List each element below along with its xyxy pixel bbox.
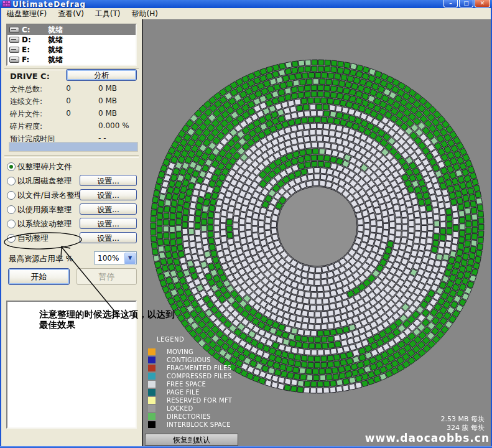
stat-contiguous-files: 连续文件: 0 0 MB — [1, 95, 142, 108]
settings-button-auto[interactable]: 设置... — [80, 232, 137, 243]
cluster-info: 324 簇 每块 — [447, 423, 485, 432]
drive-panel-title: DRIVE C: — [10, 72, 50, 81]
mft-swatch — [148, 397, 155, 404]
resource-usage-label: 最高资源占用率 % — [9, 254, 73, 264]
block-size-info: 2.53 MB 每块 — [440, 414, 485, 424]
settings-button-by-usage[interactable]: 设置... — [80, 203, 137, 215]
stat-total-files: 文件总数: 0 0 MB — [1, 83, 142, 95]
progress-bar — [9, 142, 138, 152]
pagefile-swatch — [148, 389, 155, 396]
radio-icon[interactable] — [7, 220, 16, 228]
drive-status: 就绪 — [48, 35, 63, 45]
option-by-name[interactable]: 以文件/目录名整理 设置... — [1, 189, 142, 203]
radio-icon[interactable] — [7, 205, 16, 214]
locked-swatch — [148, 405, 155, 412]
legend-title: LEGEND — [157, 336, 184, 343]
stat-fragmented-files: 碎片文件: 0 0 MB — [1, 108, 142, 120]
radio-icon[interactable] — [7, 234, 16, 243]
interblock-swatch — [148, 421, 155, 428]
drive-name: C: — [22, 26, 48, 34]
drive-status: 就绪 — [48, 25, 63, 35]
compressed-swatch — [148, 373, 155, 380]
menu-view[interactable]: 查看(V) — [52, 8, 90, 20]
radio-icon[interactable] — [7, 177, 16, 185]
chevron-down-icon[interactable]: ▼ — [124, 253, 136, 264]
drive-row-e[interactable]: E: 就绪 — [7, 45, 136, 55]
app-icon — [2, 1, 11, 7]
option-consolidate[interactable]: 以巩固磁盘整理 设置... — [1, 174, 142, 189]
drive-icon — [9, 57, 19, 63]
radio-selected-icon[interactable] — [7, 162, 16, 171]
moving-swatch — [148, 348, 155, 355]
resource-usage-select[interactable]: 100% ▼ — [94, 251, 137, 264]
drive-name: D: — [22, 35, 48, 44]
drive-icon — [9, 47, 19, 53]
menu-help[interactable]: 帮助(H) — [126, 8, 164, 20]
stats-table: 文件总数: 0 0 MB 连续文件: 0 0 MB 碎片文件: 0 0 MB 碎… — [1, 83, 142, 145]
control-panel: C: 就绪 D: 就绪 E: 就绪 F: 就绪 DRIVE C: 分析 — [1, 19, 142, 446]
maximize-button[interactable]: □ — [459, 0, 473, 7]
annotation-text: 注意整理的时候选择这项，以达到 最佳效果 — [39, 309, 226, 330]
menu-bar: 磁盘整理(F) 查看(V) 工具(T) 帮助(H) — [1, 8, 491, 19]
minimize-button[interactable]: – — [443, 0, 458, 7]
app-window: UltimateDefrag – □ ✕ 磁盘整理(F) 查看(V) 工具(T)… — [0, 0, 492, 448]
watermark: www.daocaobbs.cn — [365, 432, 490, 444]
menu-tools[interactable]: 工具(T) — [90, 8, 126, 20]
divider — [4, 156, 139, 158]
option-fragmented-only[interactable]: 仅整理碎片文件 — [1, 160, 142, 174]
close-button[interactable]: ✕ — [475, 0, 490, 7]
drive-status: 就绪 — [48, 45, 63, 55]
radio-icon[interactable] — [7, 191, 16, 200]
drive-name: F: — [22, 55, 48, 64]
drive-status: 就绪 — [48, 55, 63, 65]
window-title: UltimateDefrag — [12, 1, 86, 8]
title-bar: UltimateDefrag — [0, 0, 492, 8]
drive-name: E: — [22, 45, 48, 54]
directories-swatch — [148, 413, 155, 420]
settings-button-by-name[interactable]: 设置... — [80, 189, 137, 200]
drive-row-c[interactable]: C: 就绪 — [7, 25, 136, 35]
fragmented-swatch — [148, 365, 155, 371]
settings-button-by-volatility[interactable]: 设置... — [80, 218, 137, 229]
resource-usage-value: 100% — [98, 254, 119, 263]
drive-row-d[interactable]: D: 就绪 — [7, 35, 136, 45]
analyze-button[interactable]: 分析 — [66, 69, 137, 81]
drive-icon — [9, 27, 19, 33]
menu-defrag[interactable]: 磁盘整理(F) — [1, 8, 52, 20]
drive-icon — [9, 37, 19, 43]
settings-button-consolidate[interactable]: 设置... — [80, 175, 137, 186]
pause-button: 暂停 — [77, 268, 137, 285]
drive-row-f[interactable]: F: 就绪 — [7, 55, 136, 65]
option-by-usage[interactable]: 以使用频率整理 设置... — [1, 203, 142, 217]
defrag-method-options: 仅整理碎片文件 以巩固磁盘整理 设置... 以文件/目录名整理 设置... 以使… — [1, 160, 142, 246]
drive-list[interactable]: C: 就绪 D: 就绪 E: 就绪 F: 就绪 — [6, 24, 137, 66]
option-auto[interactable]: 自动整理 设置... — [1, 231, 142, 246]
freespace-swatch — [148, 381, 155, 388]
contiguous-swatch — [148, 357, 155, 363]
restore-default-button[interactable]: 恢复到默认 — [145, 434, 238, 446]
resource-usage-row: 最高资源占用率 % 100% ▼ — [1, 250, 142, 265]
start-button[interactable]: 开始 — [8, 268, 70, 285]
stat-fragmentation: 碎片程度: 0.000 % — [1, 120, 142, 133]
option-by-volatility[interactable]: 以系统波动整理 设置... — [1, 217, 142, 231]
